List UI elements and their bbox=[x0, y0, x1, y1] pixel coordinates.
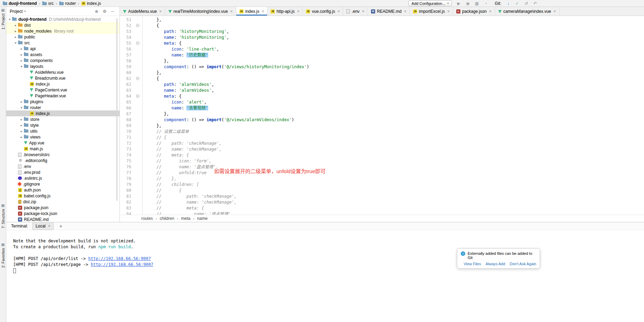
chevron-right-icon[interactable]: ▸ bbox=[14, 29, 18, 33]
chevron-right-icon[interactable]: ▸ bbox=[19, 47, 24, 51]
editor-tab[interactable]: JSimportExcel.js× bbox=[410, 7, 453, 16]
update-icon[interactable]: ↓ bbox=[505, 1, 511, 6]
tree-item[interactable]: ▸assets bbox=[6, 52, 120, 57]
chevron-down-icon[interactable]: ▾ bbox=[14, 41, 18, 45]
close-icon[interactable]: × bbox=[159, 9, 162, 14]
tree-item[interactable]: JSbabel.config.js bbox=[6, 193, 120, 199]
tree-item[interactable]: ⚙.editorconfig bbox=[6, 158, 120, 163]
commit-icon[interactable]: ✓ bbox=[514, 1, 520, 6]
chevron-right-icon[interactable]: ▸ bbox=[19, 124, 24, 127]
run-icon[interactable]: ▶ bbox=[456, 1, 461, 6]
editor-tab[interactable]: JSvue.config.js× bbox=[303, 7, 343, 16]
breadcrumb-item[interactable]: meta bbox=[181, 216, 191, 221]
chevron-down-icon[interactable]: ▾ bbox=[19, 106, 24, 109]
tree-item[interactable]: JSindex.js bbox=[6, 110, 120, 116]
tree-item[interactable]: ▸node_moduleslibrary root bbox=[6, 28, 120, 34]
rollback-icon[interactable]: ↶ bbox=[532, 1, 538, 6]
breadcrumb-item[interactable]: JSindex.js bbox=[81, 1, 102, 6]
tree-item[interactable]: .eslintrc.js bbox=[6, 175, 120, 181]
terminal-tab-local[interactable]: Local × bbox=[32, 223, 54, 230]
tree-item[interactable]: ▾src bbox=[6, 40, 120, 46]
close-icon[interactable]: × bbox=[230, 9, 233, 14]
tree-item[interactable]: PageContent.vue bbox=[6, 87, 120, 93]
tree-item[interactable]: ▸utils bbox=[6, 128, 120, 134]
chevron-right-icon[interactable]: ▸ bbox=[19, 135, 24, 139]
close-icon[interactable]: × bbox=[48, 224, 50, 229]
locate-file-icon[interactable]: ⊕ bbox=[95, 9, 98, 14]
tree-item[interactable]: App.vue bbox=[6, 140, 120, 146]
tree-item[interactable]: ▸dist bbox=[6, 22, 120, 28]
fold-marker[interactable] bbox=[136, 95, 139, 98]
chevron-down-icon[interactable]: ▾ bbox=[19, 65, 24, 68]
tree-item[interactable]: ▾duoji-frontendD:\zheheWeb\duoji-fronten… bbox=[6, 16, 120, 22]
chevron-right-icon[interactable]: ▸ bbox=[14, 35, 18, 39]
tree-item[interactable]: dist.zip bbox=[6, 199, 120, 205]
tree-item[interactable]: ▸public bbox=[6, 34, 120, 40]
tree-item[interactable]: JSmain.js bbox=[6, 146, 120, 152]
chevron-right-icon[interactable]: ▸ bbox=[14, 24, 18, 27]
terminal-link[interactable]: http://192.168.66.56:9007 bbox=[88, 256, 151, 261]
tree-item[interactable]: PageHeader.vue bbox=[6, 93, 120, 99]
profiler-icon[interactable]: ◔ bbox=[483, 1, 488, 6]
chevron-right-icon[interactable]: ▸ bbox=[19, 100, 24, 104]
editor-tab[interactable]: JSindex.js× bbox=[236, 7, 268, 16]
tree-item[interactable]: ▸style bbox=[6, 122, 120, 128]
close-icon[interactable]: × bbox=[297, 9, 299, 14]
editor-tab[interactable]: cameraManage\index.vue× bbox=[495, 7, 559, 16]
close-icon[interactable]: × bbox=[447, 9, 450, 14]
tree-item[interactable]: ▸components bbox=[6, 57, 120, 63]
tree-item[interactable]: ▸api bbox=[6, 46, 120, 52]
tree-item[interactable]: ▸store bbox=[6, 116, 120, 122]
stripe-tab-project[interactable]: 1: Project bbox=[0, 9, 6, 29]
breadcrumb-item[interactable]: routes bbox=[141, 216, 153, 221]
dont-ask-again-link[interactable]: Don't Ask Again bbox=[510, 262, 536, 266]
coverage-icon[interactable]: ▦ bbox=[474, 1, 479, 6]
fold-marker[interactable] bbox=[136, 24, 139, 27]
view-files-link[interactable]: View Files bbox=[464, 262, 481, 266]
breadcrumb-item[interactable]: children bbox=[160, 216, 174, 221]
close-icon[interactable]: × bbox=[554, 9, 556, 14]
tree-item[interactable]: npackage.json bbox=[6, 205, 120, 211]
hide-panel-icon[interactable]: ─ bbox=[111, 9, 114, 14]
editor-tab[interactable]: JShttp-api.js× bbox=[267, 7, 303, 16]
history-icon[interactable]: ↺ bbox=[523, 1, 529, 6]
editor-tab[interactable]: .env× bbox=[343, 7, 368, 16]
tree-item[interactable]: .env.prod bbox=[6, 169, 120, 175]
chevron-right-icon[interactable]: ▸ bbox=[19, 129, 24, 133]
breadcrumb-item[interactable]: router bbox=[59, 1, 77, 6]
tree-item[interactable]: AsideMenu.vue bbox=[6, 69, 120, 75]
tree-item[interactable]: ▾layouts bbox=[6, 63, 120, 69]
breadcrumb-item[interactable]: src bbox=[42, 1, 54, 6]
code-editor[interactable]: 5152535455565758596061626364656667686970… bbox=[120, 16, 644, 215]
add-configuration-button[interactable]: Add Configuration... ▾ bbox=[408, 0, 452, 6]
tree-item[interactable]: .env bbox=[6, 163, 120, 169]
breadcrumb-item[interactable]: name bbox=[197, 216, 208, 221]
fold-marker[interactable] bbox=[136, 77, 139, 80]
tree-item[interactable]: ▸plugins bbox=[6, 99, 120, 105]
chevron-down-icon[interactable]: ▾ bbox=[8, 18, 12, 21]
gear-icon[interactable]: ⚙ bbox=[103, 9, 107, 14]
editor-tab[interactable]: realTimeMonitoring\index.vue× bbox=[165, 7, 236, 16]
close-icon[interactable]: × bbox=[337, 9, 340, 14]
editor-tab[interactable]: npackage.json× bbox=[453, 7, 495, 16]
chevron-right-icon[interactable]: ▸ bbox=[19, 53, 24, 56]
always-add-link[interactable]: Always Add bbox=[485, 262, 505, 266]
terminal-link[interactable]: http://192.168.66.56:9007 bbox=[91, 262, 153, 267]
tree-item[interactable]: MREADME.md bbox=[6, 216, 120, 222]
breadcrumb-item[interactable]: duoji-frontend bbox=[2, 1, 37, 6]
close-icon[interactable]: × bbox=[362, 9, 364, 14]
close-icon[interactable]: × bbox=[262, 9, 264, 14]
editor-tab[interactable]: MREADME.md× bbox=[368, 7, 410, 16]
close-icon[interactable]: × bbox=[404, 9, 406, 14]
tree-item[interactable]: .gitignore bbox=[6, 181, 120, 187]
stripe-tab-favorites[interactable]: 2: Favorites bbox=[0, 243, 6, 268]
tree-item[interactable]: ▸views bbox=[6, 134, 120, 140]
chevron-right-icon[interactable]: ▸ bbox=[19, 118, 24, 121]
close-icon[interactable]: × bbox=[489, 9, 492, 14]
chevron-right-icon[interactable]: ▸ bbox=[19, 59, 24, 62]
stripe-tab-structure[interactable]: 7: Structure bbox=[0, 204, 6, 229]
scrollbar[interactable] bbox=[116, 18, 117, 201]
tree-item[interactable]: JSindex.js bbox=[6, 81, 120, 87]
tree-item[interactable]: Breadcrumb.vue bbox=[6, 75, 120, 81]
tree-item[interactable]: {}auth.json bbox=[6, 187, 120, 193]
